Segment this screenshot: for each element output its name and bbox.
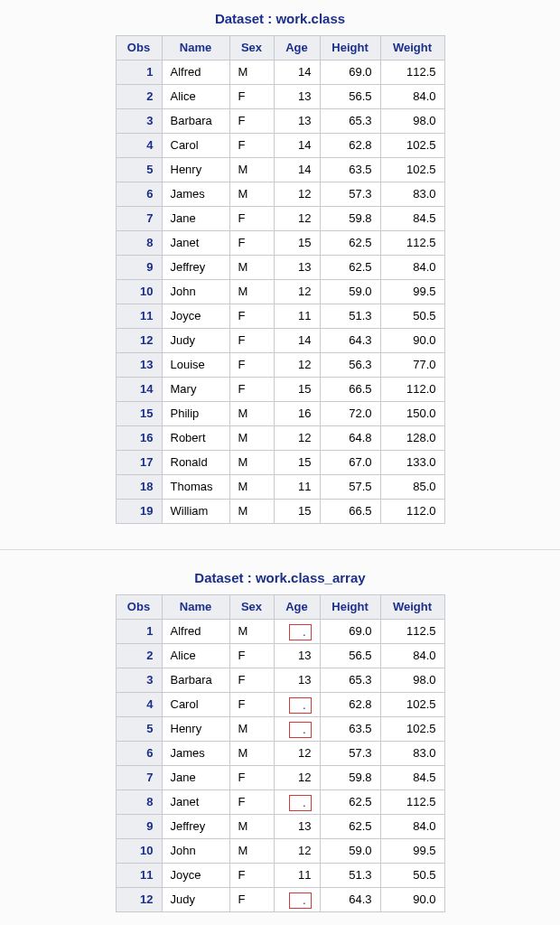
cell-weight: 98.0 <box>380 109 444 134</box>
cell-name: Alice <box>162 85 229 109</box>
cell-height: 64.3 <box>320 329 380 353</box>
cell-sex: F <box>229 304 274 329</box>
cell-name: Alice <box>162 644 229 668</box>
table-row: 10JohnM1259.099.5 <box>116 839 444 864</box>
cell-obs: 2 <box>116 644 162 668</box>
cell-age: . <box>274 620 320 644</box>
table-row: 6JamesM1257.383.0 <box>116 182 444 207</box>
cell-age: 15 <box>274 500 320 524</box>
cell-age: 14 <box>274 134 320 158</box>
cell-name: Janet <box>162 231 229 256</box>
cell-obs: 8 <box>116 790 162 815</box>
cell-weight: 102.5 <box>380 693 444 717</box>
cell-name: Carol <box>162 693 229 717</box>
cell-obs: 17 <box>116 451 162 475</box>
cell-obs: 18 <box>116 475 162 500</box>
cell-weight: 50.5 <box>380 304 444 329</box>
cell-sex: M <box>229 475 274 500</box>
cell-age: 12 <box>274 839 320 864</box>
cell-weight: 99.5 <box>380 280 444 304</box>
cell-weight: 84.0 <box>380 815 444 839</box>
cell-sex: F <box>229 790 274 815</box>
dataset-table-1: Obs Name Sex Age Height Weight 1AlfredM1… <box>116 35 445 524</box>
cell-obs: 1 <box>116 620 162 644</box>
cell-name: Alfred <box>162 61 229 85</box>
table-row: 8JanetF.62.5112.5 <box>116 790 444 815</box>
cell-age: 13 <box>274 256 320 280</box>
cell-obs: 14 <box>116 378 162 402</box>
cell-name: James <box>162 742 229 766</box>
cell-obs: 19 <box>116 500 162 524</box>
cell-sex: F <box>229 864 274 888</box>
dataset-title: Dataset : work.class_array <box>0 570 560 585</box>
cell-height: 51.3 <box>320 864 380 888</box>
cell-name: Jane <box>162 766 229 790</box>
cell-height: 62.5 <box>320 231 380 256</box>
cell-sex: F <box>229 353 274 378</box>
cell-height: 66.5 <box>320 500 380 524</box>
cell-height: 72.0 <box>320 402 380 426</box>
cell-obs: 3 <box>116 109 162 134</box>
cell-weight: 84.5 <box>380 766 444 790</box>
cell-weight: 102.5 <box>380 158 444 182</box>
cell-name: Henry <box>162 158 229 182</box>
cell-name: Jeffrey <box>162 815 229 839</box>
table-row: 3BarbaraF1365.398.0 <box>116 668 444 693</box>
table-row: 6JamesM1257.383.0 <box>116 742 444 766</box>
table-row: 5HenryM.63.5102.5 <box>116 717 444 742</box>
cell-weight: 112.5 <box>380 790 444 815</box>
table-row: 4CarolF1462.8102.5 <box>116 134 444 158</box>
cell-name: Carol <box>162 134 229 158</box>
cell-weight: 112.5 <box>380 620 444 644</box>
cell-age: 15 <box>274 231 320 256</box>
cell-weight: 77.0 <box>380 353 444 378</box>
cell-weight: 90.0 <box>380 329 444 353</box>
table-row: 15PhilipM1672.0150.0 <box>116 402 444 426</box>
table-row: 14MaryF1566.5112.0 <box>116 378 444 402</box>
cell-obs: 13 <box>116 353 162 378</box>
cell-sex: F <box>229 888 274 912</box>
cell-name: William <box>162 500 229 524</box>
cell-sex: M <box>229 717 274 742</box>
cell-obs: 15 <box>116 402 162 426</box>
cell-height: 63.5 <box>320 717 380 742</box>
cell-obs: 5 <box>116 717 162 742</box>
cell-weight: 84.0 <box>380 256 444 280</box>
cell-sex: M <box>229 839 274 864</box>
col-name: Name <box>162 36 229 61</box>
cell-height: 62.5 <box>320 815 380 839</box>
table-row: 17RonaldM1567.0133.0 <box>116 451 444 475</box>
cell-obs: 3 <box>116 668 162 693</box>
cell-name: Louise <box>162 353 229 378</box>
cell-name: Alfred <box>162 620 229 644</box>
cell-sex: M <box>229 402 274 426</box>
cell-weight: 133.0 <box>380 451 444 475</box>
cell-weight: 112.0 <box>380 500 444 524</box>
cell-age: 12 <box>274 353 320 378</box>
table-row: 11JoyceF1151.350.5 <box>116 304 444 329</box>
missing-value-marker: . <box>289 697 311 714</box>
cell-age: . <box>274 888 320 912</box>
cell-obs: 7 <box>116 207 162 231</box>
cell-sex: M <box>229 451 274 475</box>
cell-age: 13 <box>274 109 320 134</box>
table-row: 16RobertM1264.8128.0 <box>116 426 444 451</box>
cell-weight: 150.0 <box>380 402 444 426</box>
table-header-row: Obs Name Sex Age Height Weight <box>116 595 444 620</box>
cell-name: Judy <box>162 329 229 353</box>
table-row: 18ThomasM1157.585.0 <box>116 475 444 500</box>
cell-weight: 112.5 <box>380 61 444 85</box>
cell-weight: 84.0 <box>380 85 444 109</box>
cell-height: 69.0 <box>320 620 380 644</box>
cell-height: 51.3 <box>320 304 380 329</box>
dataset-section-1: Dataset : work.class Obs Name Sex Age He… <box>0 0 560 549</box>
cell-sex: F <box>229 109 274 134</box>
cell-name: Robert <box>162 426 229 451</box>
cell-age: 14 <box>274 158 320 182</box>
cell-weight: 99.5 <box>380 839 444 864</box>
cell-sex: M <box>229 256 274 280</box>
table-row: 10JohnM1259.099.5 <box>116 280 444 304</box>
cell-name: John <box>162 280 229 304</box>
cell-height: 66.5 <box>320 378 380 402</box>
col-weight: Weight <box>380 595 444 620</box>
